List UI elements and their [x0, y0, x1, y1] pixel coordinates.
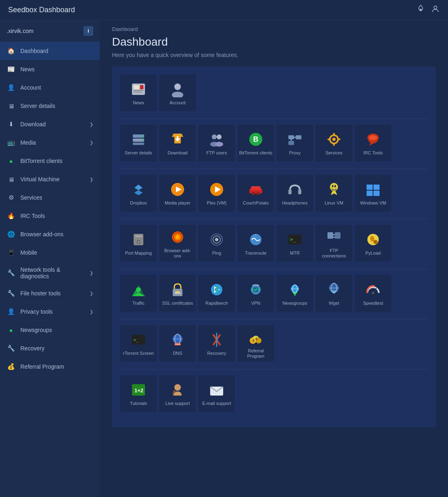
- tile-ftp-users[interactable]: FTP users: [198, 125, 235, 161]
- svg-rect-43: [288, 189, 292, 194]
- privacy-icon: 👤: [7, 307, 15, 316]
- tile-wget[interactable]: Wget: [316, 275, 352, 312]
- tile-port-mapping-label: Port Mapping: [125, 251, 152, 256]
- sidebar-item-network-tools[interactable]: 🔧 Network tools & diagnostics ❯: [0, 262, 100, 284]
- download-tile-icon: [169, 131, 186, 148]
- tile-download[interactable]: Download: [159, 125, 196, 161]
- tile-speedtest[interactable]: Speedtest: [355, 275, 391, 312]
- svg-text:>_: >_: [290, 237, 296, 242]
- tile-tutorials[interactable]: 1+2 Tutorials: [120, 375, 157, 412]
- tile-port-mapping[interactable]: Port Mapping: [120, 225, 157, 262]
- server-details-tile-icon: [130, 131, 147, 148]
- ftp-users-tile-icon: [208, 131, 225, 148]
- windows-vm-tile-icon: [365, 181, 382, 198]
- tile-dns[interactable]: DNS DNS: [159, 325, 196, 362]
- sidebar-label-recovery: Recovery: [20, 345, 44, 352]
- tile-dropbox-label: Dropbox: [130, 200, 147, 206]
- sidebar-item-bittorrent[interactable]: ● BitTorrent clients: [0, 152, 100, 170]
- tile-vpn-label: VPN: [251, 301, 261, 306]
- sidebar-item-privacy-tools[interactable]: 👤 Privacy tools ❯: [0, 303, 100, 321]
- sidebar-item-newsgroups[interactable]: ● Newsgroups: [0, 321, 100, 339]
- tile-windows-vm[interactable]: Windows VM: [355, 175, 391, 211]
- main-content: Dashboard Dashboard Here you have a quic…: [100, 20, 448, 497]
- tile-services[interactable]: Services: [316, 125, 352, 161]
- icon-section-5: Traffic SSL SSL certificates: [120, 275, 428, 312]
- sidebar-label-mobile: Mobile: [20, 249, 37, 256]
- irc-tools-tile-icon: [365, 131, 382, 148]
- svg-rect-2: [134, 85, 139, 89]
- sidebar-label-file-hoster: File hoster tools: [20, 290, 61, 297]
- tile-referral[interactable]: $ $ Referral Program: [237, 325, 274, 362]
- svg-point-32: [369, 135, 377, 140]
- sidebar-item-dashboard[interactable]: 🏠 Dashboard: [0, 42, 100, 60]
- mtr-tile-icon: >_: [286, 231, 303, 248]
- sidebar-item-server-details[interactable]: 🖥 Server details: [0, 97, 100, 115]
- tile-payload[interactable]: PyLoad: [355, 225, 391, 262]
- flame-icon[interactable]: [416, 4, 425, 15]
- tile-browser-addons-label: Browser add-ons: [161, 248, 194, 259]
- tile-traceroute[interactable]: Traceroute: [237, 225, 274, 262]
- sidebar-item-mobile[interactable]: 📱 Mobile: [0, 244, 100, 262]
- sidebar-item-services[interactable]: ⚙ Services: [0, 189, 100, 207]
- sidebar-item-download[interactable]: ⬇ Download ❯: [0, 115, 100, 134]
- tile-newsgroups-main[interactable]: Newsgroups: [277, 275, 313, 312]
- tile-referral-label: Referral Program: [239, 348, 272, 359]
- sidebar-item-browser-addons[interactable]: 🌐 Browser add-ons: [0, 225, 100, 244]
- svg-rect-53: [135, 235, 142, 237]
- tile-ftp-connections[interactable]: FTP connections: [316, 225, 352, 262]
- tile-rapidleech[interactable]: Rapidleech: [198, 275, 235, 312]
- file-hoster-icon: 🔧: [7, 289, 15, 298]
- tile-server-details[interactable]: Server details: [120, 125, 157, 161]
- tile-account[interactable]: Account: [159, 75, 196, 111]
- tile-live-support-label: Live support: [165, 401, 190, 406]
- tile-media-player[interactable]: Media player: [159, 175, 196, 211]
- svg-rect-28: [333, 143, 335, 146]
- icon-section-6: >_ rTorrent Screen DNS: [120, 325, 428, 362]
- sidebar-item-media[interactable]: 📺 Media ❯: [0, 134, 100, 152]
- tile-mtr[interactable]: >_ MTR: [277, 225, 313, 262]
- sidebar-label-bittorrent: BitTorrent clients: [20, 158, 62, 164]
- tile-dropbox[interactable]: Dropbox: [120, 175, 157, 211]
- tile-browser-addons[interactable]: Browser add-ons: [159, 225, 196, 262]
- traffic-tile-icon: [130, 281, 147, 298]
- sidebar-item-irc-tools[interactable]: 🔥 IRC Tools: [0, 207, 100, 225]
- sidebar-item-account[interactable]: 👤 Account: [0, 79, 100, 97]
- tile-news[interactable]: News: [120, 75, 157, 111]
- bittorrent-icon: ●: [7, 156, 15, 165]
- tile-linux-vm[interactable]: Linux VM: [316, 175, 352, 211]
- sidebar-item-news[interactable]: 📰 News: [0, 60, 100, 79]
- tile-email-support[interactable]: E-mail support: [198, 375, 235, 412]
- svg-point-41: [252, 192, 255, 195]
- svg-rect-30: [338, 139, 340, 140]
- tile-bittorrent[interactable]: B BitTorrent clients: [237, 125, 274, 161]
- svg-text:DNS: DNS: [175, 343, 180, 345]
- download-icon: ⬇: [7, 120, 15, 129]
- tile-ssl[interactable]: SSL SSL certificates: [159, 275, 196, 312]
- section-divider-1: [120, 119, 428, 119]
- tile-vpn[interactable]: VPN: [237, 275, 274, 312]
- sidebar-item-virtual-machine[interactable]: 🖥 Virtual Machine ❯: [0, 170, 100, 189]
- sidebar-item-file-hoster[interactable]: 🔧 File hoster tools ❯: [0, 284, 100, 303]
- user-icon[interactable]: [431, 4, 440, 15]
- account-icon: 👤: [7, 83, 15, 92]
- tile-irc-tools[interactable]: IRC Tools: [355, 125, 391, 161]
- tile-proxy[interactable]: Proxy: [277, 125, 313, 161]
- tile-rtorrent-screen[interactable]: >_ rTorrent Screen: [120, 325, 157, 362]
- info-button[interactable]: i: [83, 26, 93, 36]
- tile-headphones[interactable]: Headphones: [277, 175, 313, 211]
- icon-section-2: Server details Download: [120, 125, 428, 161]
- tile-live-support[interactable]: Live support: [159, 375, 196, 412]
- chevron-right-icon: ❯: [90, 291, 93, 296]
- tile-recovery[interactable]: Recovery: [198, 325, 235, 362]
- sidebar-item-recovery[interactable]: 🔧 Recovery: [0, 339, 100, 358]
- tile-speedtest-label: Speedtest: [363, 301, 383, 306]
- tile-plex[interactable]: Plex (VM): [198, 175, 235, 211]
- tile-ping[interactable]: Ping: [198, 225, 235, 262]
- tile-wget-label: Wget: [329, 301, 339, 306]
- tile-traffic[interactable]: Traffic: [120, 275, 157, 312]
- sidebar-item-referral[interactable]: 💰 Referral Program: [0, 358, 100, 376]
- tile-couchpotato[interactable]: CouchPotato: [237, 175, 274, 211]
- icon-section-1: News Account: [120, 75, 428, 111]
- topbar-actions: [416, 4, 440, 15]
- dashboard-panel: News Account: [112, 66, 436, 427]
